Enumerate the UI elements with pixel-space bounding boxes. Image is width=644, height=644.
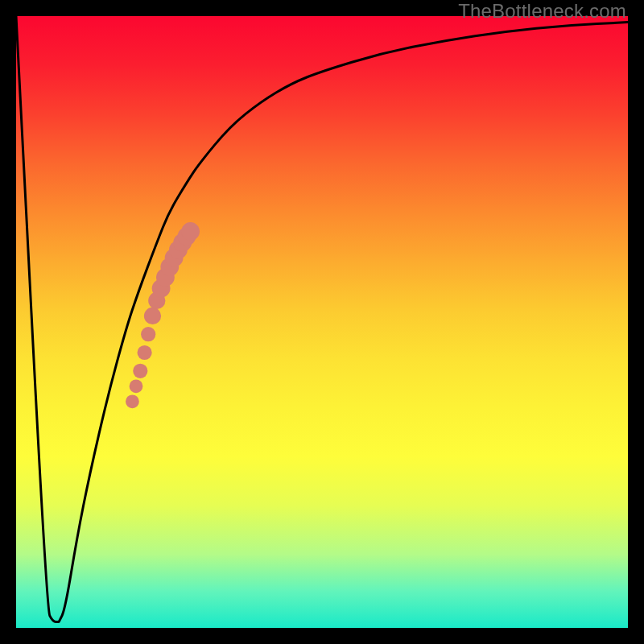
marker-dot	[144, 308, 161, 324]
chart-svg	[0, 0, 644, 644]
marker-dot	[141, 327, 155, 341]
marker-dot	[126, 394, 139, 408]
marker-dot	[181, 222, 200, 241]
watermark-label: TheBottleneck.com	[458, 0, 626, 23]
bottleneck-curve	[16, 16, 628, 621]
chart-frame: TheBottleneck.com	[0, 0, 644, 644]
marker-band-layer	[126, 222, 200, 408]
marker-dot	[133, 364, 147, 378]
marker-dot	[130, 379, 143, 393]
curve-layer	[16, 16, 628, 621]
marker-dot	[138, 345, 152, 360]
